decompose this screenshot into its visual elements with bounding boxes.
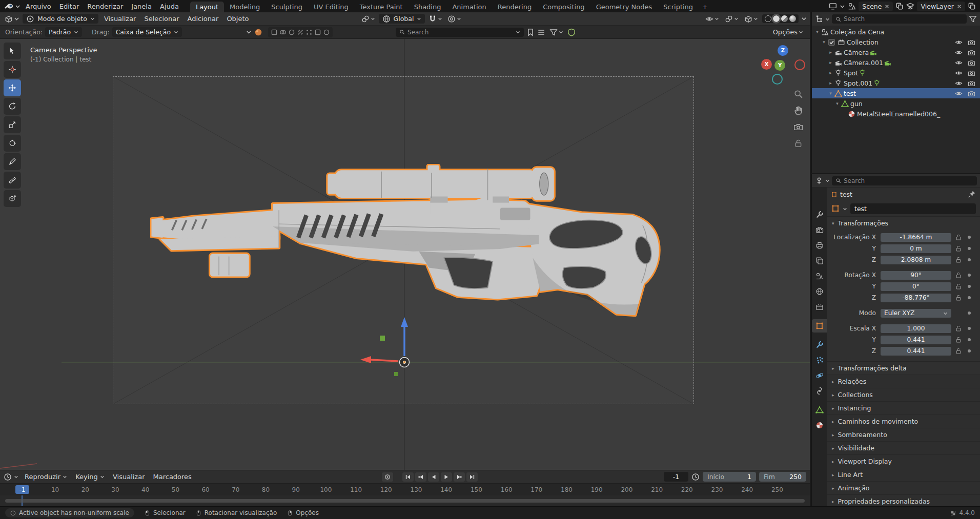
menu-renderizar[interactable]: Renderizar <box>83 2 127 11</box>
tool-scale[interactable] <box>4 116 21 133</box>
lock-icon[interactable] <box>955 272 962 279</box>
gizmo-x-arrow[interactable] <box>360 356 371 363</box>
new-viewlayer-icon[interactable] <box>968 2 976 10</box>
prev-key-button[interactable] <box>415 472 426 482</box>
outliner-editor-icon[interactable] <box>815 15 823 23</box>
display-mode-icon[interactable] <box>829 2 837 10</box>
tool-transform[interactable] <box>4 135 21 152</box>
menu-janela[interactable]: Janela <box>127 2 156 11</box>
expand-down-icon[interactable]: ▾ <box>814 29 821 34</box>
tool-search-input[interactable] <box>407 29 513 36</box>
disable-render-icon[interactable] <box>968 90 975 97</box>
expand-right-icon[interactable]: ▸ <box>827 70 834 75</box>
lock-icon[interactable] <box>955 294 962 301</box>
animate-dot[interactable] <box>968 285 971 288</box>
animate-dot[interactable] <box>968 236 971 239</box>
outliner-row-metalsteelenamelled006[interactable]: MetalSteelEnamelled006_ <box>812 109 980 119</box>
animate-dot[interactable] <box>968 247 971 250</box>
properties-tab-collection[interactable] <box>812 300 827 314</box>
tool-annotate[interactable] <box>4 153 21 170</box>
shield-icon[interactable] <box>567 28 576 36</box>
animate-dot[interactable] <box>968 327 971 330</box>
viewport-menu-objeto[interactable]: Objeto <box>222 14 253 24</box>
workspace-tab-compositing[interactable]: Compositing <box>537 2 590 12</box>
outliner-row-collection[interactable]: ▾ Collection <box>812 37 980 47</box>
animate-dot[interactable] <box>968 312 971 315</box>
expand-right-icon[interactable]: ▸ <box>827 80 834 86</box>
object-id-icon[interactable] <box>831 204 840 213</box>
overlays-toggle[interactable] <box>743 15 760 23</box>
workspace-tab-shading[interactable]: Shading <box>409 2 447 12</box>
jump-end-button[interactable] <box>466 472 478 482</box>
properties-tab-object[interactable] <box>812 319 827 333</box>
hide-viewport-icon[interactable] <box>955 49 963 56</box>
gizmo-z-arrow[interactable] <box>401 317 408 327</box>
mode-selector[interactable]: Modo de objeto <box>23 14 98 24</box>
breadcrumb-object-name[interactable]: test <box>840 191 852 198</box>
zoom-icon[interactable] <box>793 89 803 99</box>
properties-tab-output[interactable] <box>812 239 827 252</box>
expand-right-icon[interactable]: ▸ <box>827 60 834 65</box>
menu-editar[interactable]: Editar <box>55 2 84 11</box>
panel-relacoes[interactable]: ▸Relações <box>827 375 980 388</box>
prop-field-z[interactable]: 2.0808 m <box>881 256 951 264</box>
menu-ajuda[interactable]: Ajuda <box>156 2 183 11</box>
delta-transform-panel-header[interactable]: ▸ Transformações delta <box>827 361 980 375</box>
collection-checkbox[interactable] <box>828 38 835 46</box>
lock-icon[interactable] <box>955 256 962 263</box>
axis-z-ball[interactable]: Z <box>778 45 788 56</box>
timeline-ruler[interactable]: 1020304050607080901001101201301401501601… <box>0 483 810 495</box>
expand-down-icon[interactable]: ▾ <box>821 39 827 45</box>
filter-group[interactable] <box>548 28 565 36</box>
animate-dot[interactable] <box>968 349 971 352</box>
tool-move[interactable] <box>4 79 21 96</box>
proportional-editing-toggle[interactable] <box>446 15 463 23</box>
properties-search-box[interactable] <box>832 176 977 185</box>
properties-tab-viewlayer[interactable] <box>812 254 827 267</box>
disable-render-icon[interactable] <box>968 69 975 77</box>
properties-tab-particles[interactable] <box>812 354 827 367</box>
viewport-menu-adicionar[interactable]: Adicionar <box>183 14 223 24</box>
axis-x-neg-ball[interactable] <box>794 59 805 70</box>
use-preview-range-icon[interactable] <box>691 473 700 481</box>
blender-logo-icon[interactable] <box>4 2 14 11</box>
play-back-button[interactable] <box>428 472 439 482</box>
panel-sombreamento[interactable]: ▸Sombreamento <box>827 428 980 441</box>
prop-field-rotacao-x[interactable]: 90° <box>881 271 951 280</box>
hide-viewport-icon[interactable] <box>955 90 963 97</box>
timeline-menu-reproduzir[interactable]: Reproduzir <box>21 472 71 482</box>
shading-material-button[interactable] <box>781 15 788 22</box>
pin-icon[interactable] <box>968 190 976 198</box>
hide-viewport-icon[interactable] <box>955 38 963 46</box>
axis-x-ball[interactable]: X <box>761 59 772 70</box>
toggle-square2-icon[interactable] <box>314 28 322 36</box>
outliner-row-spot[interactable]: ▸ Spot <box>812 68 980 78</box>
viewport-menu-selecionar[interactable]: Selecionar <box>140 14 183 24</box>
properties-tab-data[interactable] <box>812 403 827 417</box>
viewlayer-unlink-icon[interactable] <box>957 4 962 9</box>
disable-render-icon[interactable] <box>968 38 975 46</box>
workspace-tab-uv-editing[interactable]: UV Editing <box>308 2 354 12</box>
expand-right-icon[interactable]: ▸ <box>827 50 834 55</box>
properties-tab-render[interactable] <box>812 223 827 237</box>
toggle-diagonal-icon[interactable] <box>296 28 304 36</box>
lock-icon[interactable] <box>955 283 962 290</box>
panel-caminhos-de-movimento[interactable]: ▸Caminhos de movimento <box>827 414 980 428</box>
lock-icon[interactable] <box>955 347 962 355</box>
timeline-track-area[interactable] <box>0 495 810 506</box>
snapping-toggle[interactable] <box>427 15 444 23</box>
outliner-row-test[interactable]: ▾ test <box>812 88 980 98</box>
shading-solid-button[interactable] <box>773 15 780 22</box>
outliner-filter-icon[interactable] <box>969 15 977 23</box>
animate-dot[interactable] <box>968 274 971 277</box>
workspace-tab-layout[interactable]: Layout <box>190 2 224 12</box>
orientation-setting-dropdown[interactable]: Padrão <box>45 27 82 37</box>
options-dropdown[interactable]: Opções <box>771 28 805 36</box>
workspace-tab-texture-paint[interactable]: Texture Paint <box>354 2 409 12</box>
workspace-tab-sculpting[interactable]: Sculpting <box>266 2 308 12</box>
hide-viewport-icon[interactable] <box>955 59 963 67</box>
timeline-scrollbar[interactable] <box>5 499 805 503</box>
workspace-tab-rendering[interactable]: Rendering <box>492 2 537 12</box>
gizmo-plane-handle[interactable] <box>394 372 398 376</box>
panel-propriedades-personalizadas[interactable]: ▸Propriedades personalizadas <box>827 494 980 506</box>
